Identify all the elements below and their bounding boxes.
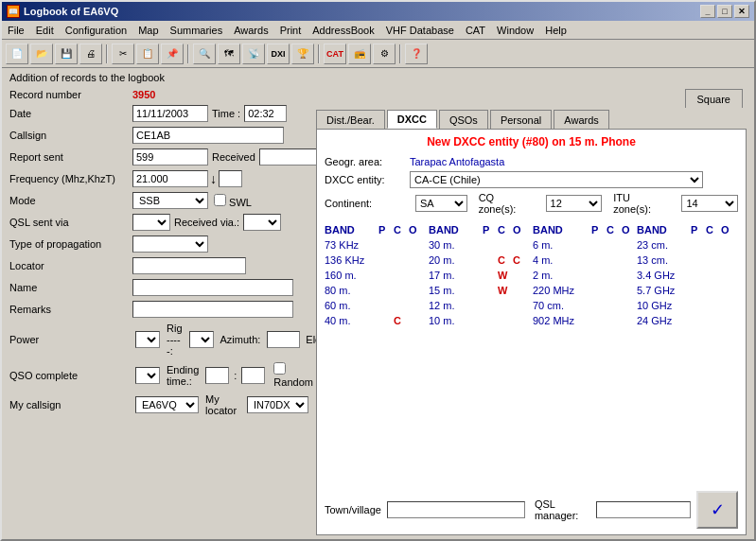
toolbar-save[interactable]: 💾 bbox=[55, 44, 78, 64]
power-select[interactable] bbox=[135, 331, 160, 348]
azimuth-input[interactable] bbox=[267, 331, 300, 348]
band-table: BAND P C O 73 KHz bbox=[325, 224, 738, 483]
mycall-select[interactable]: EA6VQ bbox=[135, 396, 199, 413]
cq-zone-select[interactable]: 12 bbox=[546, 195, 603, 212]
minimize-button[interactable]: _ bbox=[700, 5, 715, 18]
toolbar-open[interactable]: 📂 bbox=[30, 44, 53, 64]
left-panel: Record number 3950 Date Time : Callsign bbox=[9, 89, 308, 535]
menu-summaries[interactable]: Summaries bbox=[165, 24, 229, 37]
propagation-row: Type of propagation bbox=[9, 236, 308, 253]
date-row: Date Time : bbox=[9, 105, 308, 122]
tabs-row: Dist./Bear. DXCC QSOs Personal Awards bbox=[316, 110, 747, 129]
random-label: Random bbox=[273, 376, 313, 388]
tab-qsos[interactable]: QSOs bbox=[439, 110, 488, 129]
toolbar-print[interactable]: 🖨 bbox=[79, 44, 102, 64]
qsl-manager-input[interactable] bbox=[596, 501, 691, 518]
qso-complete-select[interactable] bbox=[135, 367, 160, 384]
toolbar-dx[interactable]: DXI bbox=[267, 44, 290, 64]
band-col-4: BAND P C O 23 cm. bbox=[637, 224, 734, 483]
locator-row: Locator bbox=[9, 257, 308, 274]
toolbar-new[interactable]: 📄 bbox=[6, 44, 28, 64]
locator-input[interactable] bbox=[132, 257, 246, 274]
tab-personal[interactable]: Personal bbox=[490, 110, 552, 129]
propagation-select[interactable] bbox=[132, 236, 208, 253]
ok-button[interactable]: ✓ bbox=[696, 491, 738, 529]
section-title: Addition of records to the logbook bbox=[9, 72, 747, 83]
toolbar-mode[interactable]: 📻 bbox=[348, 44, 371, 64]
received-label: Received bbox=[212, 151, 255, 163]
menu-print[interactable]: Print bbox=[274, 24, 308, 37]
toolbar-extra1[interactable]: ⚙ bbox=[373, 44, 396, 64]
name-row: Name bbox=[9, 279, 308, 296]
remarks-row: Remarks bbox=[9, 301, 308, 318]
callsign-input[interactable] bbox=[132, 127, 284, 144]
toolbar-map[interactable]: 🗺 bbox=[218, 44, 240, 64]
maximize-button[interactable]: □ bbox=[717, 5, 732, 18]
toolbar-cut[interactable]: ✂ bbox=[112, 44, 134, 64]
qsl-sent-select[interactable] bbox=[132, 214, 170, 231]
time-input[interactable] bbox=[244, 105, 287, 122]
toolbar-copy[interactable]: 📋 bbox=[136, 44, 159, 64]
band-row-23cm: 23 cm. bbox=[637, 237, 734, 253]
ending-time-label: Ending time.: bbox=[167, 364, 199, 387]
freq-down-icon: ↓ bbox=[210, 171, 217, 186]
name-input[interactable] bbox=[132, 279, 293, 296]
main-grid: Record number 3950 Date Time : Callsign bbox=[9, 89, 747, 535]
menu-addressbook[interactable]: AddressBook bbox=[307, 24, 379, 37]
toolbar-antenna[interactable]: 📡 bbox=[242, 44, 265, 64]
swl-checkbox[interactable] bbox=[214, 194, 226, 206]
menu-vhf-database[interactable]: VHF Database bbox=[380, 24, 460, 37]
random-container: Random bbox=[273, 362, 313, 388]
town-input[interactable] bbox=[387, 501, 525, 518]
qsl-received-select[interactable] bbox=[243, 214, 281, 231]
menu-window[interactable]: Window bbox=[491, 24, 539, 37]
band-row-73khz: 73 KHz bbox=[325, 237, 429, 253]
tab-dxcc[interactable]: DXCC bbox=[387, 110, 437, 129]
menu-edit[interactable]: Edit bbox=[30, 24, 60, 37]
band-row-220mhz: 220 MHz bbox=[533, 283, 637, 298]
itu-zone-select[interactable]: 14 bbox=[681, 195, 738, 212]
toolbar-help[interactable]: ❓ bbox=[405, 44, 428, 64]
ending-time-h[interactable] bbox=[205, 367, 229, 384]
locator-label: Locator bbox=[9, 260, 132, 271]
record-number-row: Record number 3950 bbox=[9, 89, 308, 100]
menu-configuration[interactable]: Configuration bbox=[60, 24, 132, 37]
azimuth-label: Azimuth: bbox=[220, 334, 261, 345]
date-input[interactable] bbox=[132, 105, 208, 122]
mylocator-select[interactable]: IN70DX bbox=[247, 396, 308, 413]
dxcc-entity-select[interactable]: CA-CE (Chile) bbox=[410, 171, 703, 188]
random-checkbox[interactable] bbox=[273, 362, 286, 375]
menu-map[interactable]: Map bbox=[132, 24, 164, 37]
remarks-input[interactable] bbox=[132, 301, 293, 318]
power-row: Power Rig -----: Azimuth: Elev.: bbox=[9, 323, 308, 357]
band-col-4-header: BAND P C O bbox=[637, 224, 734, 236]
toolbar-search[interactable]: 🔍 bbox=[193, 44, 216, 64]
band-col-1-header: BAND P C O bbox=[325, 224, 429, 236]
dxcc-entity-label: DXCC entity: bbox=[325, 174, 410, 185]
menu-cat[interactable]: CAT bbox=[460, 24, 491, 37]
rig-select[interactable] bbox=[189, 331, 214, 348]
tab-dist-bear[interactable]: Dist./Bear. bbox=[316, 110, 385, 129]
toolbar-cat[interactable]: CAT bbox=[324, 44, 346, 64]
band-col-2: BAND P C O 30 m. bbox=[429, 224, 533, 483]
toolbar-paste[interactable]: 📌 bbox=[161, 44, 184, 64]
menu-awards[interactable]: Awards bbox=[228, 24, 273, 37]
frequency-extra[interactable] bbox=[219, 170, 242, 187]
ending-time-m[interactable] bbox=[241, 367, 265, 384]
swl-checkbox-container: SWL bbox=[214, 194, 252, 208]
record-number-value: 3950 bbox=[132, 89, 155, 100]
tab-awards[interactable]: Awards bbox=[554, 110, 608, 129]
frequency-row: Frequency (Mhz,KhzT) ↓ bbox=[9, 170, 308, 187]
close-button[interactable]: ✕ bbox=[734, 5, 749, 18]
report-sent-input[interactable] bbox=[132, 148, 208, 166]
menu-help[interactable]: Help bbox=[539, 24, 572, 37]
continent-select[interactable]: SA bbox=[415, 195, 467, 212]
tab-square[interactable]: Square bbox=[685, 89, 743, 108]
mode-select[interactable]: SSB CW AM FM bbox=[132, 192, 208, 209]
frequency-input[interactable] bbox=[132, 170, 208, 187]
menu-file[interactable]: File bbox=[2, 24, 30, 37]
mycall-row: My callsign EA6VQ My locator IN70DX bbox=[9, 393, 308, 416]
tab-top-row: Square bbox=[316, 89, 747, 108]
band-row-30m: 30 m. bbox=[429, 237, 533, 253]
toolbar-award[interactable]: 🏆 bbox=[291, 44, 314, 64]
